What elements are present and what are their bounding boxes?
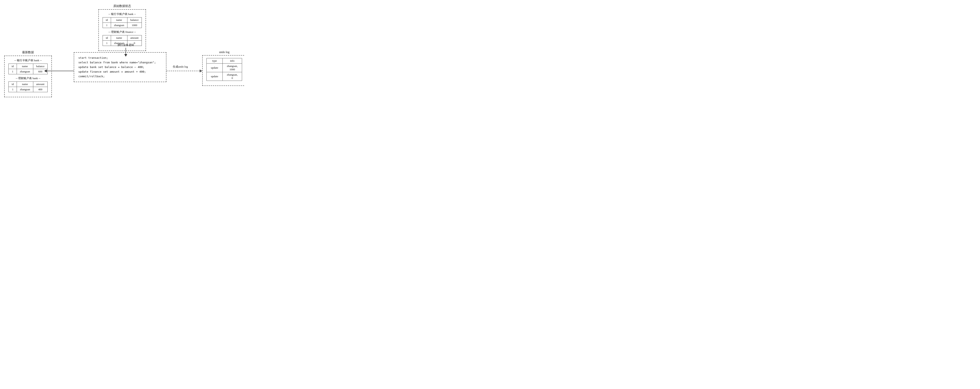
finance-header-amount: amount [127, 35, 142, 41]
bl-finance-header-name: name [17, 82, 33, 87]
bank-header-name: name [111, 17, 127, 23]
tx-line5: commit/rollback; [78, 74, 162, 79]
bl-bank-header-id: id [9, 64, 17, 69]
bl-bank-row-balance: 600 [33, 69, 48, 74]
undo-row1-info: zhangsan, 1000 [223, 64, 242, 72]
undo-row2-type: update [207, 72, 223, 81]
bank-table-title: -- 银行卡账户表 bank -- [103, 12, 142, 16]
finance-row-id: 1 [103, 41, 111, 46]
bl-finance-row-id: 1 [9, 87, 17, 92]
finance-table-title: -- 理财账户表 finance -- [103, 30, 142, 34]
bl-bank-header-balance: balance [33, 64, 48, 69]
undo-table: type info update zhangsan, 1000 update z… [207, 58, 242, 81]
bank-row-name: zhangsan [111, 23, 127, 28]
undo-header-type: type [207, 58, 223, 64]
tx-line3: update bank set balance = balance – 400; [78, 65, 162, 70]
bl-finance-row-name: zhangsan [17, 87, 33, 92]
bl-bank-header-name: name [17, 64, 33, 69]
bl-finance-row-amount: 400 [33, 87, 48, 92]
finance-header-name: name [111, 35, 127, 41]
finance-header-id: id [103, 35, 111, 41]
tx-line4: update finance set amount = amount + 400… [78, 70, 162, 74]
bl-bank-title: -- 银行卡账户表 bank -- [8, 59, 48, 62]
bl-finance-title: -- 理财账户表 bank -- [8, 76, 48, 80]
bank-row-balance: 1000 [127, 23, 142, 28]
tx-line1: start transaction; [78, 56, 162, 60]
bottom-left-section: 最新数据 -- 银行卡账户表 bank -- id name balance 1… [4, 51, 52, 95]
bank-row-id: 1 [103, 23, 111, 28]
bank-header-balance: balance [127, 17, 142, 23]
bottom-left-dashed-box: -- 银行卡账户表 bank -- id name balance 1 zhan… [4, 56, 52, 97]
diagram-container: 原始数据状态 -- 银行卡账户表 bank -- id name balance… [4, 4, 240, 95]
arrow-down-label: 执行业务逻辑 [118, 43, 134, 47]
arrow-right-dashed [166, 70, 202, 72]
bottom-right-dashed-box: type info update zhangsan, 1000 update z… [202, 55, 245, 86]
bank-table-top: id name balance 1 zhangsan 1000 [103, 17, 142, 28]
bank-header-id: id [103, 17, 111, 23]
bottom-right-label: undo log [202, 51, 245, 54]
arrow-right-head [200, 70, 202, 72]
arrow-right-dashed-line [166, 71, 200, 71]
bl-bank-row-name: zhangsan [17, 69, 33, 74]
bl-bank-row-id: 1 [9, 69, 17, 74]
top-label: 原始数据状态 [99, 4, 146, 8]
bl-bank-table: id name balance 1 zhangsan 600 [8, 64, 48, 74]
bl-finance-header-id: id [9, 82, 17, 87]
bl-finance-header-amount: amount [33, 82, 48, 87]
undo-row1-type: update [207, 64, 223, 72]
tx-line2: select balance from bank where name="zha… [78, 60, 162, 65]
arrow-right-label: 生成undo log [173, 65, 188, 68]
undo-header-info: info [223, 58, 242, 64]
bottom-left-label: 最新数据 [4, 51, 52, 54]
bl-finance-table: id name amount 1 zhangsan 400 [8, 81, 48, 92]
undo-row2-info: zhangsan, 0 [223, 72, 242, 81]
bottom-right-section: undo log type info update zhangsan, 1000… [202, 51, 245, 87]
center-transaction-box: start transaction; select balance from b… [74, 52, 166, 82]
